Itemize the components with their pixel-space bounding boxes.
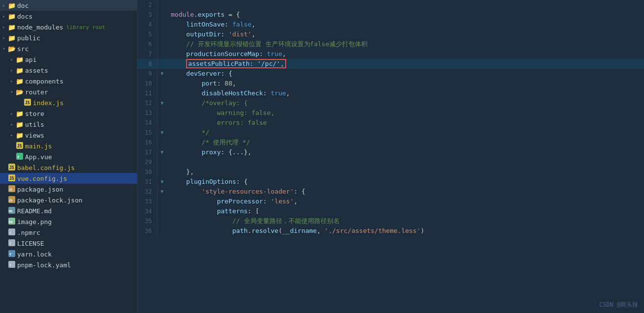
js-file-icon: JS (8, 164, 16, 171)
line-number: 5 (137, 29, 157, 39)
code-line: 36 path.resolve(__dirname, './src/assets… (137, 226, 644, 236)
folder-arrow-icon: ▸ (8, 133, 16, 138)
sidebar-item-src[interactable]: ▾📂src (0, 43, 137, 54)
folder-icon: 📁 (16, 110, 24, 117)
sidebar-item-yarn_lock[interactable]: Yyarn.lock (0, 249, 137, 259)
code-content: productionSourceMap: true, (167, 49, 644, 59)
sidebar-item-license[interactable]: fLICENSE (0, 238, 137, 249)
code-line: 8 assetsPublicPath: '/pc/', (137, 59, 644, 69)
sidebar-item-public[interactable]: ▸📁public (0, 32, 137, 43)
folder-icon: 📁 (8, 24, 16, 31)
code-line: 29 (137, 157, 644, 167)
sidebar-item-readme[interactable]: MDREADME.md (0, 205, 137, 216)
gutter-icon (157, 226, 167, 236)
folder-icon: 📁 (16, 67, 24, 74)
code-content: module.exports = { (167, 10, 644, 20)
gutter-icon: ▼ (157, 177, 167, 187)
sidebar-item-assets[interactable]: ▸📁assets (0, 65, 137, 76)
code-content: preProcessor: 'less', (167, 197, 644, 206)
folder-label: assets (25, 67, 48, 74)
library-tag: library root (66, 24, 105, 30)
sidebar-item-babel_config[interactable]: JSbabel.config.js (0, 162, 137, 173)
gutter-icon (157, 10, 167, 20)
line-number: 35 (137, 216, 157, 226)
sidebar-item-main_js[interactable]: JSmain.js (0, 141, 137, 151)
generic-file-icon: f (8, 239, 16, 247)
code-line: 13 warning: false, (137, 108, 644, 118)
code-line: 31▼ pluginOptions: { (137, 177, 644, 187)
file-label: package.json (17, 186, 63, 193)
folder-label: public (17, 34, 40, 42)
gutter-icon (157, 216, 167, 226)
code-line: 14 errors: false (137, 118, 644, 128)
code-line: 12▼ /*overlay: { (137, 98, 644, 108)
sidebar-item-doc[interactable]: ▸📁doc (0, 0, 137, 11)
sidebar-item-router_index[interactable]: JSindex.js (0, 97, 137, 108)
svg-text:MD: MD (9, 209, 13, 213)
folder-label: utils (25, 121, 44, 128)
sidebar-item-api[interactable]: ▸📁api (0, 54, 137, 65)
line-number: 15 (137, 128, 157, 138)
gutter-icon: ▼ (157, 187, 167, 197)
svg-text:JS: JS (9, 176, 14, 181)
gutter-icon (157, 79, 167, 88)
line-number: 11 (137, 88, 157, 98)
code-content: devServer: { (167, 69, 644, 79)
file-label: .npmrc (17, 229, 40, 236)
code-line: 4 lintOnSave: false, (137, 20, 644, 29)
sidebar-item-vue_config[interactable]: JSvue.config.js (0, 173, 137, 184)
sidebar-item-docs[interactable]: ▸📁docs (0, 11, 137, 22)
folder-icon: 📁 (16, 132, 24, 139)
svg-text:f: f (9, 263, 11, 267)
folder-arrow-icon: ▸ (0, 14, 8, 19)
js-file-icon: JS (24, 99, 31, 107)
line-number: 9 (137, 69, 157, 79)
code-line: 15▼ */ (137, 128, 644, 138)
code-line: 3module.exports = { (137, 10, 644, 20)
file-label: pnpm-lock.yaml (17, 261, 71, 269)
file-label: image.png (17, 218, 52, 226)
sidebar-item-pnpm_yaml[interactable]: fpnpm-lock.yaml (0, 259, 137, 270)
code-content: proxy: {...}, (167, 147, 644, 157)
line-number: 7 (137, 49, 157, 59)
code-content (167, 0, 644, 10)
file-label: main.js (25, 142, 52, 150)
code-line: 33 preProcessor: 'less', (137, 197, 644, 206)
folder-icon: 📁 (8, 34, 16, 42)
sidebar-item-app_vue[interactable]: VApp.vue (0, 151, 137, 162)
folder-icon: 📂 (16, 88, 24, 96)
sidebar-item-npmrc[interactable]: f.npmrc (0, 227, 137, 238)
sidebar-item-image_png[interactable]: PNimage.png (0, 216, 137, 227)
generic-file-icon: f (8, 228, 16, 236)
png-file-icon: PN (8, 218, 16, 226)
line-number: 6 (137, 39, 157, 49)
gutter-icon (157, 167, 167, 177)
folder-icon: 📁 (8, 2, 16, 9)
svg-text:JS: JS (9, 199, 13, 202)
file-tree: ▸📁doc▸📁docs▸📁node_moduleslibrary root▸📁p… (0, 0, 137, 313)
gutter-icon: ▼ (157, 98, 167, 108)
file-label: vue.config.js (17, 175, 67, 182)
code-line: 2 (137, 0, 644, 10)
gutter-icon (157, 39, 167, 49)
gutter-icon (157, 0, 167, 10)
gutter-icon: ▼ (157, 128, 167, 138)
code-content: warning: false, (167, 108, 644, 118)
code-content (167, 157, 644, 167)
code-content: lintOnSave: false, (167, 20, 644, 29)
folder-arrow-icon: ▸ (8, 79, 16, 84)
code-line: 30 }, (137, 167, 644, 177)
sidebar-item-components[interactable]: ▸📁components (0, 76, 137, 86)
folder-arrow-icon: ▸ (8, 57, 16, 62)
line-number: 17 (137, 147, 157, 157)
sidebar-item-node_modules[interactable]: ▸📁node_moduleslibrary root (0, 22, 137, 32)
sidebar-item-store[interactable]: ▸📁store (0, 108, 137, 119)
sidebar-item-views[interactable]: ▸📁views (0, 130, 137, 141)
sidebar-item-utils[interactable]: ▸📁utils (0, 119, 137, 130)
file-label: index.js (33, 99, 64, 107)
line-number: 8 (137, 59, 157, 69)
code-content: /* 使用代理 */ (167, 138, 644, 147)
sidebar-item-router[interactable]: ▾📂router (0, 86, 137, 97)
sidebar-item-package_lock[interactable]: JSpackage-lock.json (0, 195, 137, 205)
sidebar-item-package_json[interactable]: JSpackage.json (0, 184, 137, 195)
